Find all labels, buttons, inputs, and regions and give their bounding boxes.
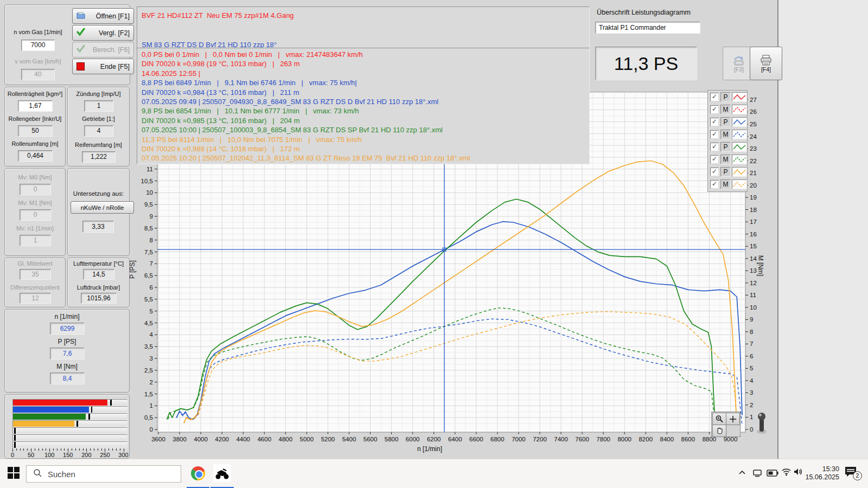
rollentraegheit-input[interactable]: 1,67	[18, 100, 53, 112]
notification-center-button[interactable]: 2	[844, 466, 863, 482]
svg-text:7200: 7200	[533, 436, 547, 442]
legend-line-sample[interactable]	[732, 167, 747, 177]
svg-text:18: 18	[750, 207, 757, 213]
svg-text:n [1/min]: n [1/min]	[417, 445, 442, 453]
untersetzung-source-selector[interactable]: nKuWe / nRolle	[71, 201, 134, 214]
legend-checkbox[interactable]: ✓	[710, 168, 719, 176]
reifenumfang-field[interactable]: 1,222	[82, 151, 116, 163]
meter-tick-label: 50	[28, 452, 34, 458]
legend-line-sample[interactable]	[732, 130, 747, 139]
svg-text:6600: 6600	[469, 436, 483, 442]
taskbar-search-box[interactable]: Suchen	[26, 465, 181, 483]
print-button-label: [F4]	[761, 66, 771, 73]
taskbar-dyno-app-button[interactable]	[210, 461, 234, 487]
lufttemperatur-field[interactable]: 14,5	[83, 269, 114, 280]
svg-text:8000: 8000	[617, 436, 631, 442]
tray-wifi-icon[interactable]	[781, 467, 792, 478]
luftdruck-field[interactable]: 1015,96	[81, 293, 117, 304]
meter-tick	[23, 448, 24, 451]
search-placeholder: Suchen	[48, 470, 75, 479]
tray-cast-icon[interactable]	[752, 468, 762, 479]
open-button[interactable]: Öffnen [F1]	[72, 8, 134, 24]
legend-line-sample[interactable]	[732, 155, 747, 164]
legend-line-sample[interactable]	[732, 142, 747, 152]
legend-checkbox[interactable]: ✓	[710, 130, 719, 139]
app-window: 3600380040004200440046004800500052005400…	[0, 0, 868, 488]
rollengeber-field[interactable]: 50	[18, 125, 53, 137]
legend-line-sample[interactable]	[732, 92, 747, 102]
mv-panel: Mv: M0 [Nm] 0 Mv: M1 [Nm] 0 Mv: n1 [1/mi…	[4, 168, 66, 256]
info-line: 07.05.2025 10:00 | 250507_100003_9,8_685…	[137, 125, 589, 134]
calc-button-label: Berech. [F6]	[85, 46, 130, 54]
legend-line-sample[interactable]	[732, 117, 747, 127]
meter-tick-label: 100	[44, 452, 54, 458]
meter-tick	[72, 448, 72, 451]
meter-tick	[39, 448, 39, 451]
meter-slot	[12, 441, 127, 448]
n-vom-gas-label: n vom Gas [1/min]	[6, 29, 70, 35]
svg-text:19: 19	[750, 194, 757, 201]
live-m-field: 8,4	[50, 373, 85, 384]
meter-tick	[101, 448, 102, 451]
caption-input[interactable]: Traktal P1 Commander	[595, 22, 700, 34]
meter-tick	[35, 448, 35, 451]
live-p-field: 7,6	[50, 348, 85, 359]
svg-text:8: 8	[750, 329, 753, 335]
legend-checkbox[interactable]: ✓	[710, 93, 719, 101]
meter-tick	[108, 448, 109, 451]
legend-series-label: M	[720, 179, 731, 189]
svg-text:17: 17	[750, 219, 757, 225]
zoom-tool-button[interactable]	[712, 413, 726, 425]
svg-text:4800: 4800	[279, 436, 293, 442]
svg-text:4400: 4400	[236, 436, 250, 442]
meter-marker	[14, 435, 16, 441]
legend-line-sample[interactable]	[732, 105, 747, 114]
zuendung-label: Zündung [Imp/U]	[68, 91, 129, 97]
info-line: 07.05.2025 10:20 | 250507_102042_11,3_81…	[137, 153, 589, 163]
svg-text:P [PS]: P [PS]	[129, 260, 136, 279]
print-button[interactable]: [F4]	[750, 47, 782, 80]
legend-checkbox[interactable]: ✓	[710, 180, 719, 189]
svg-text:8: 8	[150, 237, 153, 243]
n-vom-gas-input[interactable]: 7000	[21, 40, 55, 51]
svg-text:5200: 5200	[321, 436, 335, 442]
luftdruck-label: Luftdruck [mbar]	[68, 284, 129, 291]
rollenumfang-field[interactable]: 0,464	[18, 150, 53, 162]
meter-tick	[94, 448, 94, 451]
measurement-info-textbox[interactable]: 0,0 PS bei 0 1/min | 0,0 Nm bei 0 1/min …	[137, 48, 590, 164]
end-button[interactable]: Ende [F5]	[72, 59, 134, 74]
svg-text:6000: 6000	[406, 436, 420, 442]
svg-text:7: 7	[150, 260, 153, 267]
cursor-tool-button[interactable]	[726, 413, 740, 425]
meter-tick	[64, 448, 65, 451]
run-titles-textbox[interactable]: BVF 21 HD#112 ZT Neu EM 75 zzp#1M 4.Gang…	[137, 7, 590, 49]
power-value: 11,3 PS	[614, 53, 678, 74]
taskbar-chrome-button[interactable]	[187, 461, 209, 487]
untersetzung-value-field[interactable]: 3,33	[82, 221, 114, 233]
tray-chevron[interactable]	[738, 468, 746, 479]
meter-tick	[98, 448, 98, 451]
legend-checkbox[interactable]: ✓	[710, 105, 719, 114]
tray-battery-icon[interactable]	[767, 469, 778, 479]
pan-tool-button[interactable]	[712, 425, 726, 437]
meter-tick	[112, 448, 113, 451]
magnifier-icon	[715, 415, 724, 423]
mittelwert-field: 35	[20, 269, 51, 280]
zuendung-field[interactable]: 1	[84, 100, 113, 112]
start-button[interactable]	[8, 467, 20, 481]
legend-checkbox[interactable]: ✓	[710, 118, 719, 126]
search-icon	[33, 468, 42, 480]
svg-text:1,5: 1,5	[144, 391, 153, 397]
meter-bar	[13, 400, 107, 406]
legend-checkbox[interactable]: ✓	[710, 155, 719, 164]
legend-checkbox[interactable]: ✓	[710, 143, 719, 151]
svg-text:21: 21	[750, 170, 757, 176]
tray-clock[interactable]: 15:30 15.06.2025	[797, 465, 839, 481]
air-panel: Lufttemperatur [°C] 14,5 Luftdruck [mbar…	[67, 258, 130, 307]
legend-line-sample[interactable]	[732, 179, 747, 189]
getriebe-field[interactable]: 4	[84, 125, 113, 137]
toggle-switch[interactable]	[756, 411, 768, 435]
compare-button[interactable]: Vergl. [F2]	[72, 25, 134, 41]
svg-text:7800: 7800	[596, 436, 610, 442]
svg-text:14: 14	[750, 255, 757, 262]
